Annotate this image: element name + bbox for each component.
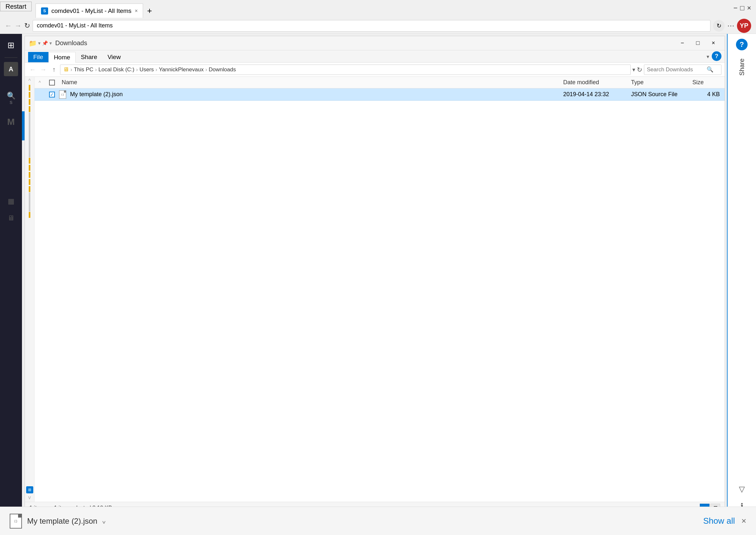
- fe-ribbon-tabs: File Home Share View ▾ ?: [25, 50, 725, 63]
- file-explorer-window: 📁 ▾ 📌 ▾ Downloads − □ × File Home Shar: [24, 36, 725, 514]
- file-row-name: My template (2).json: [69, 91, 563, 98]
- download-bar: { } My template (2).json ^ Show all ×: [0, 507, 756, 535]
- restart-button[interactable]: Restart: [0, 2, 32, 11]
- app-grid-button[interactable]: ⊞: [3, 37, 19, 53]
- browser-close-button[interactable]: ×: [747, 4, 751, 12]
- fe-search-icon: 🔍: [707, 66, 713, 73]
- fe-titlebar: 📁 ▾ 📌 ▾ Downloads − □ ×: [25, 36, 725, 50]
- browser-maximize-button[interactable]: □: [740, 4, 744, 12]
- file-row-icon: { }: [59, 90, 66, 99]
- tab-favicon: S: [41, 8, 48, 14]
- browser-tab[interactable]: S comdev01 - MyList - All Items ×: [36, 4, 143, 18]
- app-icon-search[interactable]: 🔍 S: [4, 88, 18, 108]
- path-sep2: ›: [95, 67, 97, 73]
- path-part-disk[interactable]: Local Disk (C:): [99, 67, 134, 73]
- path-part-thispc[interactable]: This PC: [74, 67, 93, 73]
- col-date-header[interactable]: Date modified: [563, 79, 631, 86]
- dl-close-button[interactable]: ×: [741, 516, 746, 526]
- browser-ext-button[interactable]: ↻: [713, 20, 725, 32]
- file-row-size: 4 KB: [692, 91, 725, 98]
- browser-settings-button[interactable]: ⋯: [727, 22, 734, 30]
- browser-forward-button[interactable]: →: [15, 22, 22, 30]
- fe-back-button[interactable]: ←: [28, 66, 37, 73]
- path-sep: ›: [71, 67, 72, 73]
- browser-minimize-button[interactable]: −: [733, 4, 738, 12]
- path-icon: 🖥: [63, 66, 69, 73]
- fe-column-header: ^ Name Date modified Type Size: [35, 77, 725, 88]
- path-part-user[interactable]: YannickPlenevaux: [159, 67, 204, 73]
- app-icon-a[interactable]: A: [4, 62, 18, 76]
- ribbon-tab-view[interactable]: View: [103, 52, 126, 62]
- dl-chevron-button[interactable]: ^: [103, 517, 105, 525]
- app-icon-m: M: [7, 117, 15, 127]
- browser-url-input[interactable]: [33, 20, 711, 32]
- profile-button[interactable]: YP: [737, 19, 751, 33]
- blue-accent-bar: [22, 111, 24, 140]
- fe-refresh-button[interactable]: ↻: [637, 66, 642, 73]
- ribbon-chevron-icon: ▾: [707, 54, 709, 60]
- ribbon-tab-share[interactable]: Share: [76, 52, 103, 62]
- fe-minimize-button[interactable]: −: [675, 39, 690, 48]
- new-tab-button[interactable]: +: [143, 4, 156, 18]
- fe-forward-button[interactable]: →: [39, 66, 48, 73]
- dl-file-icon: { }: [10, 514, 22, 528]
- col-name-header[interactable]: Name: [59, 79, 563, 86]
- fe-file-list: ^ Name Date modified Type Size: [35, 77, 725, 502]
- file-row-type: JSON Source File: [631, 91, 692, 98]
- fe-search-box: 🔍: [644, 65, 721, 75]
- right-panel-help-button[interactable]: ?: [736, 39, 748, 50]
- fe-address-bar: ← → ↑ 🖥 › This PC › Local Disk (C:) › Us…: [25, 63, 725, 77]
- path-sep4: ›: [155, 67, 157, 73]
- app-sidebar: ⊞ A 🔍 S M ▦ 🖥: [0, 34, 22, 516]
- col-size-header[interactable]: Size: [692, 79, 725, 86]
- fe-address-path[interactable]: 🖥 › This PC › Local Disk (C:) › Users › …: [60, 65, 631, 75]
- app-icon-pc[interactable]: 🖥: [4, 211, 18, 225]
- col-type-header[interactable]: Type: [631, 79, 692, 86]
- fe-title-text: Downloads: [55, 39, 87, 47]
- path-sep5: ›: [205, 67, 207, 73]
- browser-refresh-button[interactable]: ↻: [24, 22, 30, 30]
- file-row-0[interactable]: ✓ { } My template (2).json 2019-04-14 23…: [35, 88, 725, 101]
- col-check-all[interactable]: [45, 80, 59, 86]
- col-expand: ^: [35, 80, 45, 85]
- fe-up-button[interactable]: ↑: [49, 66, 58, 73]
- ribbon-tab-home[interactable]: Home: [48, 52, 76, 63]
- path-part-users[interactable]: Users: [139, 67, 154, 73]
- right-panel: ? Share ▽ ℹ: [727, 34, 756, 516]
- browser-navbar: ← → ↻ ↻ ⋯ YP: [0, 18, 756, 34]
- file-row-check[interactable]: ✓: [45, 92, 59, 98]
- app-divider: [5, 57, 17, 58]
- browser-back-button[interactable]: ←: [5, 22, 12, 30]
- fe-folder-icon: 📁 ▾ 📌 ▾: [29, 39, 52, 47]
- app-icon-grid2[interactable]: ▦: [4, 194, 18, 209]
- tab-title: comdev01 - MyList - All Items: [51, 8, 132, 14]
- dl-file-name: My template (2).json: [27, 517, 97, 526]
- path-part-downloads[interactable]: Downloads: [209, 67, 236, 73]
- fe-close-button[interactable]: ×: [706, 39, 721, 48]
- ribbon-help-button[interactable]: ?: [712, 51, 721, 61]
- fe-maximize-button[interactable]: □: [690, 39, 705, 48]
- fe-path-dropdown-button[interactable]: ▾: [632, 66, 635, 73]
- fe-search-input[interactable]: [647, 67, 705, 73]
- right-panel-share-label: Share: [738, 58, 746, 75]
- ribbon-tab-file[interactable]: File: [28, 52, 48, 62]
- right-panel-filter-button[interactable]: ▽: [739, 485, 745, 494]
- dl-show-all-button[interactable]: Show all: [703, 516, 735, 526]
- file-row-date: 2019-04-14 23:32: [563, 91, 631, 98]
- tab-close-icon[interactable]: ×: [135, 8, 137, 14]
- path-sep3: ›: [136, 67, 138, 73]
- drag-strip: ^: [25, 77, 35, 502]
